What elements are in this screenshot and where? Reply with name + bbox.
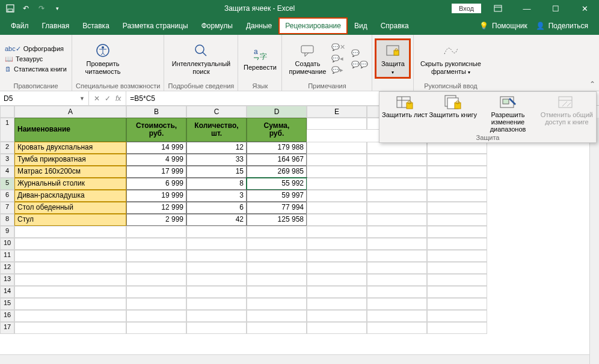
row-header[interactable]: 3 — [0, 154, 14, 166]
cell[interactable] — [247, 322, 307, 334]
cell[interactable] — [367, 298, 427, 310]
row-header[interactable]: 17 — [0, 322, 14, 334]
cell[interactable] — [307, 262, 367, 274]
cell[interactable] — [247, 250, 307, 262]
row-header[interactable]: 11 — [0, 250, 14, 262]
collapse-ribbon-icon[interactable]: ⌃ — [589, 80, 595, 88]
tab-formulas[interactable]: Формулы — [195, 18, 239, 34]
tab-insert[interactable]: Вставка — [76, 18, 115, 34]
cell[interactable] — [367, 238, 427, 250]
fx-icon[interactable]: fx — [115, 94, 121, 103]
show-all-comments-icon[interactable]: 💬💬 — [351, 61, 368, 68]
header-cell[interactable]: Сумма,руб. — [247, 118, 307, 142]
cell[interactable] — [186, 322, 247, 334]
header-cell[interactable]: Количество,шт. — [186, 118, 247, 142]
cell[interactable] — [126, 298, 186, 310]
cell[interactable] — [367, 202, 427, 214]
cell[interactable] — [367, 190, 427, 202]
cell[interactable] — [186, 226, 247, 238]
protect-dropdown[interactable]: Защита▾ — [376, 40, 410, 77]
cell[interactable] — [14, 238, 126, 250]
select-all-corner[interactable] — [0, 106, 14, 118]
cell[interactable] — [186, 286, 247, 298]
cell[interactable] — [427, 310, 487, 322]
hide-ink-button[interactable]: Скрыть рукописные фрагменты ▾ — [417, 42, 484, 75]
cell[interactable] — [367, 250, 427, 262]
tell-me[interactable]: 💡Помощник — [479, 22, 527, 30]
row-header[interactable]: 5 — [0, 178, 14, 190]
tab-file[interactable]: Файл — [5, 18, 35, 34]
stats-button[interactable]: 🗓Статистика книги — [4, 65, 68, 73]
header-cell[interactable]: Наименование — [14, 118, 126, 142]
cell-qty[interactable]: 33 — [186, 154, 247, 166]
cell-sum[interactable]: 55 992 — [247, 178, 307, 190]
column-header[interactable]: C — [186, 106, 247, 118]
cell-cost[interactable]: 17 999 — [126, 166, 186, 178]
login-button[interactable]: Вход — [452, 4, 481, 13]
name-box[interactable]: D5 ▼ — [0, 91, 89, 105]
cell[interactable] — [307, 178, 367, 190]
cell-name[interactable]: Диван-раскладушка — [14, 190, 126, 202]
thesaurus-button[interactable]: 📖Тезаурус — [4, 55, 68, 64]
protect-sheet-button[interactable]: Защитить лист — [381, 94, 429, 133]
cell[interactable] — [367, 274, 427, 286]
cell[interactable] — [427, 250, 487, 262]
row-header[interactable]: 14 — [0, 286, 14, 298]
cell[interactable] — [247, 310, 307, 322]
tab-home[interactable]: Главная — [36, 18, 76, 34]
row-header[interactable]: 6 — [0, 190, 14, 202]
cell-qty[interactable]: 12 — [186, 142, 247, 154]
cell-name[interactable]: Кровать двухспальная — [14, 142, 126, 154]
cell[interactable] — [186, 238, 247, 250]
row-header[interactable]: 10 — [0, 238, 14, 250]
cell-cost[interactable]: 19 999 — [126, 190, 186, 202]
cell[interactable] — [367, 262, 427, 274]
row-header[interactable]: 9 — [0, 226, 14, 238]
cell[interactable] — [247, 262, 307, 274]
cell[interactable] — [427, 298, 487, 310]
share-button[interactable]: 👤Поделиться — [536, 22, 588, 30]
column-header[interactable]: A — [14, 106, 126, 118]
cell[interactable] — [427, 190, 487, 202]
cell[interactable] — [307, 250, 367, 262]
cell[interactable] — [186, 274, 247, 286]
prev-comment-icon[interactable]: 💬◂ — [331, 55, 345, 62]
row-header[interactable]: 8 — [0, 214, 14, 226]
show-comment-icon[interactable]: 💬 — [351, 49, 368, 57]
cell[interactable] — [367, 166, 427, 178]
cell-name[interactable]: Тумба прикроватная — [14, 154, 126, 166]
cell[interactable] — [307, 202, 367, 214]
next-comment-icon[interactable]: 💬▸ — [331, 66, 345, 74]
cell-cost[interactable]: 4 999 — [126, 154, 186, 166]
cell-qty[interactable]: 15 — [186, 166, 247, 178]
cell[interactable] — [427, 322, 487, 334]
tab-layout[interactable]: Разметка страницы — [117, 18, 194, 34]
cell[interactable] — [14, 262, 126, 274]
translate-button[interactable]: a字 Перевести — [242, 46, 278, 71]
cell[interactable] — [14, 286, 126, 298]
cell[interactable] — [14, 310, 126, 322]
close-icon[interactable]: ✕ — [573, 0, 597, 17]
horizontal-scrollbar[interactable] — [0, 354, 589, 364]
cell-name[interactable]: Матрас 160х200см — [14, 166, 126, 178]
allow-edit-ranges-button[interactable]: Разрешить изменение диапазонов — [477, 94, 539, 133]
cell[interactable] — [307, 274, 367, 286]
cell[interactable] — [307, 322, 367, 334]
cell-sum[interactable]: 59 997 — [247, 190, 307, 202]
cell-name[interactable]: Стол обеденный — [14, 202, 126, 214]
cell[interactable] — [126, 238, 186, 250]
cell[interactable] — [126, 286, 186, 298]
cell[interactable] — [126, 226, 186, 238]
row-header[interactable]: 13 — [0, 274, 14, 286]
cell[interactable] — [126, 274, 186, 286]
cell-qty[interactable]: 6 — [186, 202, 247, 214]
cell[interactable] — [186, 310, 247, 322]
cell-sum[interactable]: 269 985 — [247, 166, 307, 178]
row-header[interactable]: 12 — [0, 262, 14, 274]
cell[interactable] — [126, 262, 186, 274]
protect-workbook-button[interactable]: Защитить книгу — [429, 94, 477, 133]
cell[interactable] — [427, 178, 487, 190]
cell[interactable] — [14, 226, 126, 238]
cell[interactable] — [247, 238, 307, 250]
redo-icon[interactable]: ↷ — [35, 2, 48, 15]
